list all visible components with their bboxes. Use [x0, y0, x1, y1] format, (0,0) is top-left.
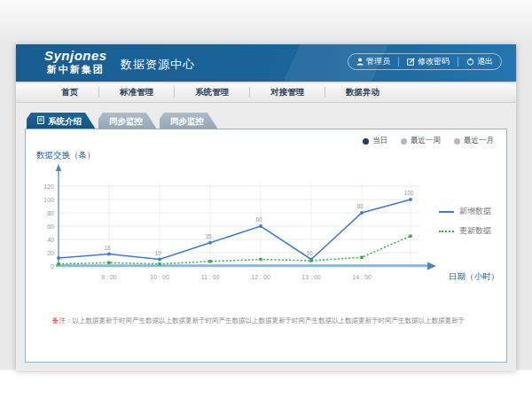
radio-last-week-label: 最近一周 [411, 136, 441, 146]
svg-text:80: 80 [47, 210, 54, 216]
time-range-filter: 当日 最近一周 最近一月 [363, 136, 494, 146]
svg-text:100: 100 [404, 190, 414, 196]
legend-item-new-data[interactable]: 新增数据 [439, 206, 491, 217]
svg-text:10 : 00: 10 : 00 [150, 274, 169, 280]
svg-text:60: 60 [255, 216, 262, 223]
document-icon [37, 113, 44, 129]
nav-item-home[interactable]: 首页 [41, 82, 98, 103]
user-menu-change-password[interactable]: 修改密码 [398, 57, 458, 66]
legend-label-update-data: 更新数据 [459, 225, 491, 237]
footer-note-text: ：以上数据更新于时间产生数据以上数据更新于时间产生数据以上数据更新于时间产生数据… [66, 317, 465, 325]
tab-sync-monitor-2-label: 同步监控 [170, 113, 204, 129]
svg-text:60: 60 [47, 223, 54, 230]
user-menu: 管理员 修改密码 退出 [348, 53, 502, 70]
svg-text:9 : 00: 9 : 00 [101, 274, 117, 280]
tab-bar: 系统介绍 同步监控 同步监控 [27, 113, 218, 129]
svg-text:13 : 00: 13 : 00 [301, 274, 321, 280]
tab-system-intro[interactable]: 系统介绍 [27, 113, 96, 129]
line-chart: 0204060801001209 : 0010 : 0011 : 0012 : … [33, 147, 441, 300]
svg-text:35: 35 [205, 233, 212, 239]
svg-text:18: 18 [104, 245, 111, 251]
radio-dot-icon [454, 138, 460, 145]
chart-x-axis-title: 日期（小时） [449, 271, 499, 283]
tab-system-intro-label: 系统介绍 [48, 113, 82, 129]
logo-text-cn: 新中新集团 [44, 64, 107, 74]
radio-last-month[interactable]: 最近一月 [454, 136, 494, 146]
nav-item-system-mgmt[interactable]: 系统管理 [175, 82, 249, 103]
radio-dot-icon [363, 138, 369, 145]
svg-text:40: 40 [47, 237, 54, 243]
radio-last-month-label: 最近一月 [464, 136, 494, 146]
tab-sync-monitor-1-label: 同步监控 [109, 113, 143, 129]
chart-legend: 新增数据 更新数据 [439, 206, 491, 237]
power-icon [466, 58, 474, 66]
nav-item-docking-mgmt[interactable]: 对接管理 [250, 82, 325, 103]
svg-text:80: 80 [356, 203, 364, 209]
chart-area: 0204060801001209 : 0010 : 0011 : 0012 : … [33, 147, 441, 300]
solid-line-swatch-icon [439, 211, 454, 213]
user-menu-logout-label: 退出 [477, 56, 493, 67]
user-menu-admin-label: 管理员 [366, 56, 390, 67]
svg-text:0: 0 [51, 263, 54, 270]
logo: Synjones 新中新集团 [44, 49, 107, 74]
edit-icon [407, 58, 415, 66]
nav-item-standard-mgmt[interactable]: 标准管理 [99, 82, 174, 103]
radio-dot-icon [401, 138, 407, 145]
app-title: 数据资源中心 [121, 57, 195, 73]
user-menu-logout[interactable]: 退出 [458, 57, 501, 66]
legend-item-update-data[interactable]: 更新数据 [439, 225, 491, 237]
app-window: Synjones 新中新集团 数据资源中心 管理员 修改密码 退出 首页 标准管… [16, 44, 516, 371]
radio-today[interactable]: 当日 [363, 136, 387, 146]
radio-last-week[interactable]: 最近一周 [401, 136, 441, 146]
legend-label-new-data: 新增数据 [459, 206, 491, 217]
content-panel: 当日 最近一周 最近一月 数据交换（条） 0204060801001209 : … [25, 129, 507, 363]
main-nav: 首页 标准管理 系统管理 对接管理 数据异动 [16, 82, 516, 103]
svg-text:120: 120 [43, 184, 54, 190]
user-menu-admin[interactable]: 管理员 [348, 57, 398, 66]
logo-text-en: Synjones [44, 49, 107, 64]
app-header: Synjones 新中新集团 数据资源中心 管理员 修改密码 退出 [16, 44, 516, 82]
user-menu-change-password-label: 修改密码 [418, 56, 450, 67]
svg-text:10: 10 [154, 250, 161, 256]
radio-today-label: 当日 [372, 136, 387, 146]
svg-text:11 : 00: 11 : 00 [201, 274, 220, 280]
tab-sync-monitor-1[interactable]: 同步监控 [98, 113, 157, 129]
svg-text:100: 100 [43, 197, 54, 203]
svg-text:10: 10 [306, 250, 313, 256]
svg-text:14 : 00: 14 : 00 [352, 274, 372, 280]
svg-text:12 : 00: 12 : 00 [251, 274, 270, 280]
footer-note-prefix: 备注 [52, 317, 66, 325]
svg-text:20: 20 [47, 250, 54, 256]
dotted-line-swatch-icon [439, 231, 454, 232]
nav-item-data-change[interactable]: 数据异动 [325, 82, 400, 103]
footer-note: 备注：以上数据更新于时间产生数据以上数据更新于时间产生数据以上数据更新于时间产生… [52, 317, 465, 325]
tab-sync-monitor-2[interactable]: 同步监控 [160, 113, 218, 129]
user-icon [356, 58, 364, 66]
